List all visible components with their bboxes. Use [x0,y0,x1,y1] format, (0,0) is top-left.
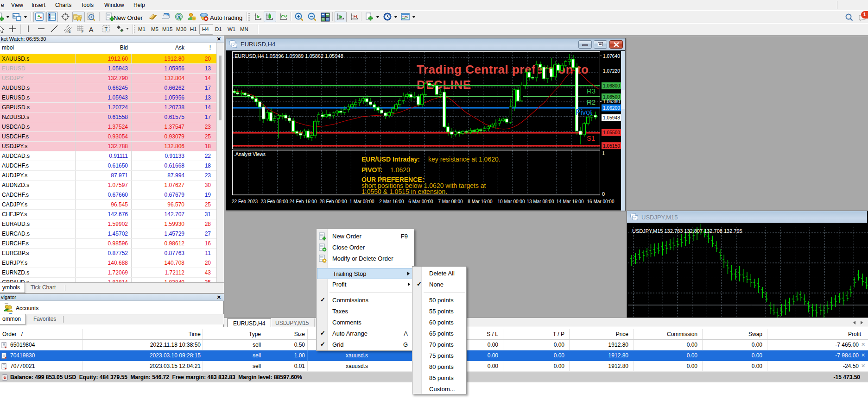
svg-text:1.06800: 1.06800 [603,83,620,88]
svg-text:EURUSD,H4 1.05896 1.05989 1.0: EURUSD,H4 1.05896 1.05989 1.05862 1.0594… [234,53,343,59]
svg-text:T: T [105,26,108,32]
svg-text:2 Mar 16:00: 2 Mar 16:00 [379,199,404,204]
svg-text:Pivot: Pivot [576,108,592,116]
svg-text:key resistance at 1.0620.: key resistance at 1.0620. [428,156,501,163]
svg-text:1.05500: 1.05500 [603,130,620,135]
svg-text:EUR/USD Intraday:: EUR/USD Intraday: [361,156,420,163]
svg-text:28 Feb 00:00: 28 Feb 00:00 [320,199,347,204]
svg-text:S1: S1 [587,134,595,142]
svg-text:24 Feb 16:00: 24 Feb 16:00 [290,199,317,204]
svg-text:1.07640: 1.07640 [603,54,620,59]
svg-text:E: E [69,30,71,33]
svg-text:1.06200: 1.06200 [603,106,620,111]
svg-text:1: 1 [602,150,605,156]
svg-text:1.05948: 1.05948 [603,115,620,120]
svg-text:F: F [82,30,83,33]
svg-text:1.06380: 1.06380 [603,99,620,104]
svg-text:1 Mar 08:00: 1 Mar 08:00 [349,199,374,204]
svg-text:23 Feb 08:00: 23 Feb 08:00 [261,199,288,204]
svg-text:1.0550 & 1.0515 in extension.: 1.0550 & 1.0515 in extension. [361,188,447,195]
svg-text:R3: R3 [587,87,596,95]
svg-text:14 Mar 16:00: 14 Mar 16:00 [557,199,584,204]
svg-text:16 Mar 00:00: 16 Mar 00:00 [587,199,615,204]
svg-text:.Analyst Views: .Analyst Views [234,151,266,157]
svg-text:1.07220: 1.07220 [603,69,620,74]
svg-text:0: 0 [602,191,605,197]
svg-text:7 Mar 08:00: 7 Mar 08:00 [438,199,463,204]
svg-text:1.0620: 1.0620 [390,166,410,174]
svg-text:22 Feb 2023: 22 Feb 2023 [232,199,258,204]
svg-text:R2: R2 [587,98,596,106]
svg-text:8 Mar 16:00: 8 Mar 16:00 [468,199,493,204]
svg-text:PIVOT:: PIVOT: [361,166,382,174]
svg-text:1.05150: 1.05150 [603,143,620,149]
svg-text:10 Mar 00:00: 10 Mar 00:00 [498,199,525,204]
svg-text:USDJPY,M15 132.783 132.807 13: USDJPY,M15 132.783 132.807 132.708 132.7… [632,228,742,234]
svg-text:13 Mar 08:00: 13 Mar 08:00 [527,199,554,204]
svg-text:6 Mar 00:00: 6 Mar 00:00 [408,199,433,204]
